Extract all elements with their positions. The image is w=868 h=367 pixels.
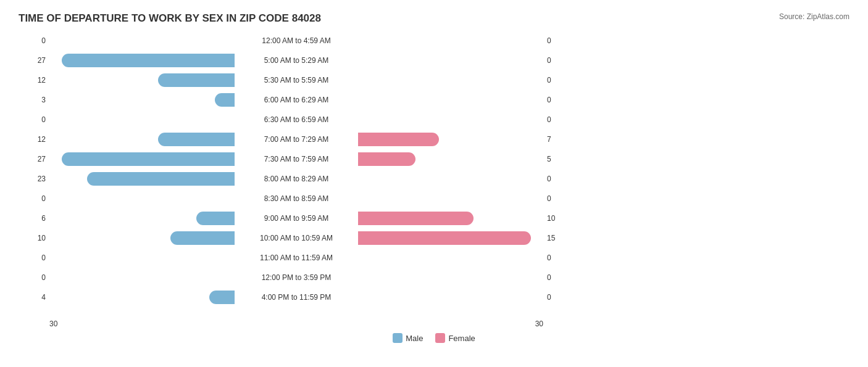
axis-left-label: 30: [49, 320, 235, 328]
left-value: 27: [19, 155, 49, 163]
time-label: 8:30 AM to 8:59 AM: [235, 194, 358, 203]
bar-row: 238:00 AM to 8:29 AM0: [19, 170, 849, 188]
right-bar-container: [358, 251, 543, 265]
left-value: 0: [19, 194, 49, 203]
legend-female-label: Female: [448, 334, 475, 343]
chart-title: TIME OF DEPARTURE TO WORK BY SEX IN ZIP …: [19, 12, 849, 25]
right-bar-container: [358, 192, 543, 205]
source-label: Source: ZipAtlas.com: [779, 12, 849, 21]
legend-male: Male: [393, 333, 423, 343]
bar-row: 44:00 PM to 11:59 PM0: [19, 289, 849, 306]
right-value: 0: [543, 273, 574, 282]
bar-row: 011:00 AM to 11:59 AM0: [19, 249, 849, 266]
time-label: 12:00 AM to 4:59 AM: [235, 36, 358, 45]
right-value: 15: [543, 234, 574, 242]
bar-row: 275:00 AM to 5:29 AM0: [19, 52, 849, 69]
time-label: 8:00 AM to 8:29 AM: [235, 175, 358, 183]
legend-female: Female: [435, 333, 475, 343]
time-label: 10:00 AM to 10:59 AM: [235, 234, 358, 242]
time-label: 4:00 PM to 11:59 PM: [235, 293, 358, 302]
legend-female-box: [435, 333, 445, 343]
left-bar-container: [49, 251, 235, 265]
left-value: 10: [19, 234, 49, 242]
right-value: 0: [543, 115, 574, 124]
time-label: 12:00 PM to 3:59 PM: [235, 273, 358, 282]
left-bar-container: [49, 192, 235, 205]
right-value: 0: [543, 254, 574, 262]
time-label: 6:30 AM to 6:59 AM: [235, 115, 358, 124]
right-bar-container: [358, 152, 543, 166]
right-value: 0: [543, 175, 574, 183]
right-bar-container: [358, 54, 543, 67]
time-label: 5:00 AM to 5:29 AM: [235, 56, 358, 65]
male-bar: [196, 212, 235, 225]
right-value: 7: [543, 135, 574, 144]
time-label: 6:00 AM to 6:29 AM: [235, 96, 358, 104]
bar-row: 012:00 AM to 4:59 AM0: [19, 32, 849, 49]
time-label: 7:00 AM to 7:29 AM: [235, 135, 358, 144]
bars-area: 012:00 AM to 4:59 AM0275:00 AM to 5:29 A…: [19, 32, 849, 316]
bar-row: 69:00 AM to 9:59 AM10: [19, 210, 849, 227]
left-value: 27: [19, 56, 49, 65]
left-bar-container: [49, 113, 235, 126]
right-bar-container: [358, 231, 543, 245]
male-bar: [87, 172, 235, 186]
right-bar-container: [358, 113, 543, 126]
bar-row: 012:00 PM to 3:59 PM0: [19, 269, 849, 286]
left-value: 0: [19, 115, 49, 124]
male-bar: [170, 231, 235, 245]
bar-row: 125:30 AM to 5:59 AM0: [19, 72, 849, 89]
left-bar-container: [49, 133, 235, 146]
right-bar-container: [358, 73, 543, 87]
legend-area: Male Female: [19, 333, 849, 343]
male-bar: [62, 152, 235, 166]
left-value: 4: [19, 293, 49, 302]
left-bar-container: [49, 212, 235, 225]
time-label: 5:30 AM to 5:59 AM: [235, 76, 358, 85]
bar-row: 1010:00 AM to 10:59 AM15: [19, 229, 849, 247]
bar-row: 06:30 AM to 6:59 AM0: [19, 111, 849, 128]
male-bar: [209, 291, 235, 304]
left-bar-container: [49, 271, 235, 284]
bar-row: 36:00 AM to 6:29 AM0: [19, 91, 849, 109]
right-value: 0: [543, 36, 574, 45]
left-value: 0: [19, 273, 49, 282]
right-value: 5: [543, 155, 574, 163]
left-value: 23: [19, 175, 49, 183]
right-value: 0: [543, 56, 574, 65]
left-value: 12: [19, 76, 49, 85]
right-value: 0: [543, 293, 574, 302]
left-value: 0: [19, 36, 49, 45]
legend-male-label: Male: [406, 334, 423, 343]
axis-right-label: 30: [358, 320, 543, 328]
axis-labels: 30 30: [19, 320, 849, 328]
female-bar: [358, 152, 415, 166]
right-value: 0: [543, 194, 574, 203]
male-bar: [215, 93, 235, 107]
left-bar-container: [49, 172, 235, 186]
male-bar: [158, 73, 235, 87]
right-bar-container: [358, 291, 543, 304]
left-value: 3: [19, 96, 49, 104]
right-bar-container: [358, 172, 543, 186]
right-value: 10: [543, 214, 574, 223]
bar-row: 277:30 AM to 7:59 AM5: [19, 151, 849, 168]
right-bar-container: [358, 93, 543, 107]
female-bar: [358, 133, 439, 146]
left-bar-container: [49, 54, 235, 67]
male-bar: [158, 133, 235, 146]
bar-row: 08:30 AM to 8:59 AM0: [19, 190, 849, 207]
female-bar: [358, 231, 531, 245]
female-bar: [358, 212, 474, 225]
left-value: 12: [19, 135, 49, 144]
left-bar-container: [49, 291, 235, 304]
right-value: 0: [543, 96, 574, 104]
left-bar-container: [49, 231, 235, 245]
right-bar-container: [358, 133, 543, 146]
right-value: 0: [543, 76, 574, 85]
left-value: 0: [19, 254, 49, 262]
time-label: 7:30 AM to 7:59 AM: [235, 155, 358, 163]
left-bar-container: [49, 34, 235, 47]
time-label: 11:00 AM to 11:59 AM: [235, 254, 358, 262]
right-bar-container: [358, 271, 543, 284]
